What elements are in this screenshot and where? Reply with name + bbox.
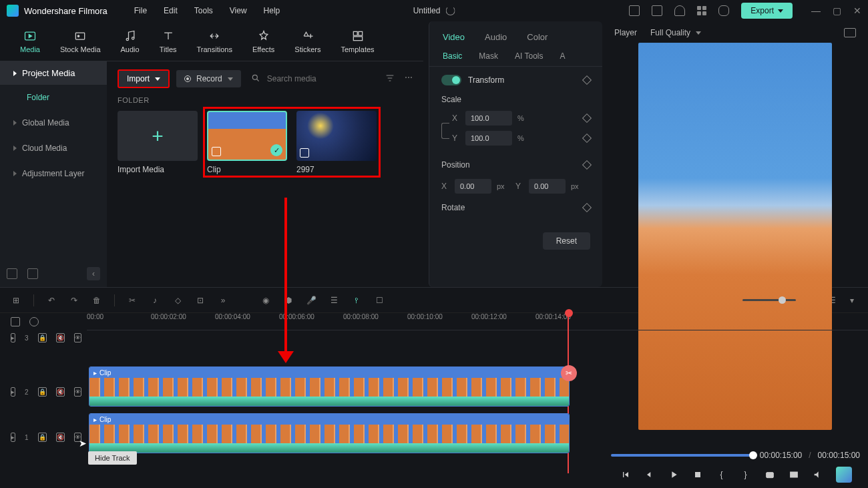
menu-tools[interactable]: Tools bbox=[194, 6, 213, 15]
visibility-icon[interactable]: 👁 bbox=[74, 333, 81, 342]
snapshot-icon[interactable] bbox=[844, 28, 856, 37]
visibility-icon[interactable]: 👁 bbox=[74, 387, 81, 397]
props-tab-ai-tools[interactable]: AI Tools bbox=[515, 46, 543, 66]
sidebar-global-media[interactable]: Global Media bbox=[0, 110, 107, 136]
menu-edit[interactable]: Edit bbox=[164, 6, 178, 15]
save-icon[interactable] bbox=[652, 5, 662, 16]
mic-icon[interactable] bbox=[718, 5, 729, 16]
percent-unit: % bbox=[517, 134, 531, 142]
lock-icon[interactable]: 🔒 bbox=[38, 387, 47, 397]
music-icon[interactable]: ♪ bbox=[150, 295, 160, 306]
tab-effects[interactable]: Effects bbox=[252, 29, 274, 53]
more-tools-icon[interactable]: » bbox=[218, 295, 228, 306]
playhead-handle[interactable] bbox=[565, 309, 573, 317]
media-item-2997[interactable]: 2997 bbox=[296, 111, 377, 174]
reset-button[interactable]: Reset bbox=[543, 232, 590, 250]
tab-stock-media[interactable]: Stock Media bbox=[60, 29, 101, 53]
tab-transitions[interactable]: Transitions bbox=[197, 29, 232, 53]
pos-x-input[interactable] bbox=[455, 179, 491, 194]
zoom-slider[interactable] bbox=[742, 299, 796, 301]
keyframe-icon[interactable] bbox=[582, 160, 592, 170]
scale-x-input[interactable] bbox=[465, 111, 512, 126]
gutter-icon-1[interactable] bbox=[11, 317, 20, 326]
redo-icon[interactable]: ↷ bbox=[69, 295, 79, 306]
menu-help[interactable]: Help bbox=[264, 6, 280, 15]
folder-icon[interactable] bbox=[27, 268, 38, 279]
lock-icon[interactable]: 🔒 bbox=[38, 333, 47, 342]
props-tab-video[interactable]: Video bbox=[443, 28, 465, 46]
refresh-icon[interactable] bbox=[445, 6, 455, 15]
props-tab-more[interactable]: A bbox=[560, 46, 565, 66]
props-tab-color[interactable]: Color bbox=[527, 28, 548, 46]
more-icon[interactable]: ⋯ bbox=[405, 73, 413, 85]
sidebar-cloud-media[interactable]: Cloud Media bbox=[0, 136, 107, 161]
props-tab-basic[interactable]: Basic bbox=[443, 46, 462, 66]
props-tabs-primary: Video Audio Color bbox=[429, 21, 602, 46]
marker-icon[interactable]: ◇ bbox=[172, 295, 183, 306]
track-settings-icon[interactable]: ▾ bbox=[847, 295, 857, 306]
cut-icon[interactable]: ✂ bbox=[127, 295, 138, 306]
keyframe-icon[interactable] bbox=[582, 113, 592, 123]
video-track-icon[interactable]: ▸ bbox=[11, 333, 15, 342]
folder-add-icon[interactable] bbox=[7, 268, 17, 279]
timeline-clip-track2[interactable]: ▸Clip bbox=[89, 367, 570, 407]
svg-point-3 bbox=[126, 38, 128, 40]
filter-icon[interactable] bbox=[385, 73, 395, 85]
minimize-button[interactable]: — bbox=[811, 5, 821, 16]
timeline-ruler[interactable]: 00:0000:00:02:0000:00:04:0000:00:06:0000… bbox=[87, 313, 868, 330]
import-media-tile[interactable]: + Import Media bbox=[118, 111, 198, 174]
search-input[interactable] bbox=[267, 74, 378, 83]
grid-view-icon[interactable]: ⊞ bbox=[11, 295, 21, 306]
tab-media[interactable]: Media bbox=[20, 29, 40, 53]
timeline-clip-track1[interactable]: ▸Clip bbox=[89, 413, 570, 453]
magnet-icon[interactable]: ⫯ bbox=[351, 295, 362, 306]
link-icon[interactable] bbox=[441, 123, 449, 139]
subtitle-icon[interactable]: ☐ bbox=[374, 295, 385, 306]
keyframe-icon[interactable] bbox=[582, 75, 592, 85]
export-button[interactable]: Export bbox=[741, 3, 793, 19]
undo-icon[interactable]: ↶ bbox=[46, 295, 57, 306]
menu-file[interactable]: File bbox=[134, 6, 147, 15]
gutter-icon-2[interactable] bbox=[29, 317, 39, 326]
maximize-button[interactable]: ▢ bbox=[833, 5, 841, 16]
video-track-icon[interactable]: ▸ bbox=[11, 387, 15, 397]
tab-templates[interactable]: Templates bbox=[341, 29, 374, 53]
cloud-icon[interactable] bbox=[674, 5, 685, 16]
import-button[interactable]: Import bbox=[118, 69, 170, 88]
media-item-clip[interactable]: ✓ Clip bbox=[207, 111, 287, 174]
keyframe-icon[interactable] bbox=[582, 134, 592, 143]
tab-stock-label: Stock Media bbox=[60, 45, 101, 53]
collapse-sidebar-button[interactable]: ‹ bbox=[87, 267, 100, 280]
project-media-item[interactable]: Project Media bbox=[0, 61, 107, 85]
mute-icon[interactable]: 🔇 bbox=[56, 387, 65, 397]
transform-toggle[interactable] bbox=[441, 75, 461, 85]
props-tab-mask[interactable]: Mask bbox=[479, 46, 498, 66]
record-button[interactable]: Record bbox=[176, 70, 241, 87]
tab-titles[interactable]: Titles bbox=[160, 29, 177, 53]
sidebar-adjustment-layer[interactable]: Adjustment Layer bbox=[0, 161, 107, 186]
props-tab-audio[interactable]: Audio bbox=[485, 28, 507, 46]
close-button[interactable]: ✕ bbox=[853, 5, 861, 16]
tab-stickers[interactable]: Stickers bbox=[294, 29, 320, 53]
tab-audio[interactable]: Audio bbox=[121, 29, 140, 53]
menu-view[interactable]: View bbox=[230, 6, 247, 15]
clip-waveform bbox=[89, 443, 569, 453]
apps-icon[interactable] bbox=[697, 6, 706, 15]
list-icon[interactable]: ☰ bbox=[329, 295, 339, 306]
folder-link[interactable]: Folder bbox=[0, 85, 107, 110]
quality-selector[interactable]: Full Quality bbox=[650, 28, 701, 37]
tracks-area[interactable]: 00:0000:00:02:0000:00:04:0000:00:06:0000… bbox=[87, 313, 868, 480]
pos-y-input[interactable] bbox=[529, 179, 566, 194]
keyframe-icon[interactable] bbox=[582, 203, 592, 212]
mute-icon[interactable]: 🔇 bbox=[56, 333, 65, 342]
voiceover-icon[interactable]: 🎤 bbox=[306, 295, 316, 306]
color-wheel-icon[interactable]: ◉ bbox=[260, 295, 271, 306]
delete-icon[interactable]: 🗑 bbox=[91, 295, 102, 306]
scale-y-input[interactable] bbox=[465, 131, 512, 146]
mute-icon[interactable]: 🔇 bbox=[56, 433, 65, 442]
crop-icon[interactable]: ⊡ bbox=[195, 295, 206, 306]
lock-icon[interactable]: 🔒 bbox=[38, 433, 47, 442]
video-track-icon[interactable]: ▸ bbox=[11, 433, 15, 442]
cut-marker[interactable]: ✂ bbox=[561, 365, 577, 381]
screen-icon[interactable] bbox=[629, 5, 640, 16]
